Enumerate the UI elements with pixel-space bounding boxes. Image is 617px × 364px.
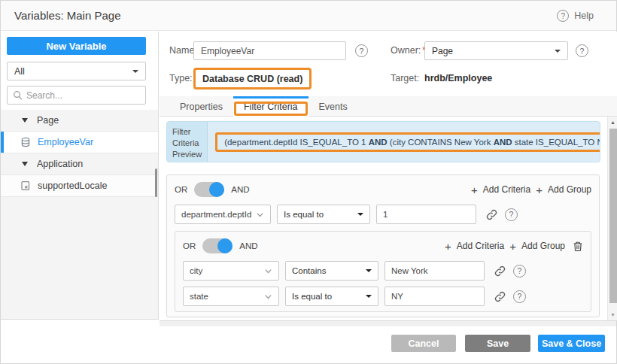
expander-down-icon	[22, 162, 28, 166]
help-button[interactable]: Help	[557, 1, 594, 31]
tab-filter-criteria[interactable]: Filter Criteria	[233, 96, 308, 117]
tab-label: Filter Criteria	[244, 102, 298, 112]
field-select-value: department.deptId	[181, 210, 251, 219]
tree-node-label: Application	[37, 159, 83, 169]
variable-filter-value: All	[14, 66, 25, 77]
field-select-value: city	[190, 266, 202, 275]
dialog-header: Variables: Main Page Help	[1, 1, 616, 31]
cancel-button[interactable]: Cancel	[391, 335, 456, 352]
tree-item-supportedlocale[interactable]: supportedLocale	[1, 175, 158, 197]
help-label: Help	[574, 11, 594, 21]
owner-help-icon[interactable]	[576, 44, 588, 57]
search-icon	[13, 90, 23, 100]
preview-label: Filter Criteria Preview	[167, 122, 208, 162]
nested-group-toolbar: OR AND + Add Criteria + Add Group	[183, 237, 583, 255]
caret-down-icon	[357, 213, 363, 216]
database-variable-icon	[20, 137, 31, 147]
variable-filter-select[interactable]: All	[7, 62, 146, 80]
add-group-button[interactable]: Add Group	[521, 241, 565, 251]
and-label: AND	[231, 185, 249, 194]
operator-select-value: Is equal to	[284, 210, 324, 219]
operator-select[interactable]: Contains	[285, 261, 378, 281]
tree-item-label: supportedLocale	[38, 180, 107, 191]
plus-icon: +	[536, 184, 543, 196]
operator-select-value: Is equal to	[292, 292, 332, 301]
owner-select[interactable]: Page	[424, 41, 568, 60]
field-select[interactable]: city	[183, 261, 279, 281]
type-label: Type:	[169, 73, 193, 83]
sidebar-search	[7, 86, 146, 105]
group-toolbar: OR AND + Add Criteria + Add Group	[175, 180, 591, 199]
help-circle-icon	[557, 10, 569, 22]
value-input[interactable]	[384, 261, 485, 281]
editor-tabbar: Properties Filter Criteria Events	[160, 96, 617, 117]
caret-down-icon	[132, 70, 138, 73]
criteria-help-icon[interactable]	[505, 208, 518, 221]
page-title: Variables: Main Page	[14, 1, 120, 31]
preview-body: (department.deptId IS_EQUAL_TO 1 AND (ci…	[208, 122, 600, 162]
chevron-down-icon	[256, 211, 264, 219]
tree-node-page[interactable]: Page	[1, 110, 158, 132]
criteria-row: city Contains	[183, 261, 583, 281]
bind-link-icon[interactable]	[493, 264, 506, 278]
field-select[interactable]: state	[183, 287, 279, 306]
tab-events[interactable]: Events	[308, 96, 358, 117]
operator-select[interactable]: Is equal to	[285, 287, 378, 306]
caret-down-icon	[366, 269, 372, 272]
filter-criteria-preview: Filter Criteria Preview (department.dept…	[166, 121, 600, 162]
bind-link-icon[interactable]	[485, 208, 498, 221]
name-help-icon[interactable]	[355, 44, 368, 57]
save-close-button[interactable]: Save & Close	[538, 335, 605, 352]
scroll-up-icon[interactable]: ▲	[608, 120, 617, 125]
search-input[interactable]	[26, 90, 140, 101]
type-value-highlight: Database CRUD (read)	[193, 68, 312, 89]
bind-link-icon[interactable]	[493, 290, 506, 303]
variables-sidebar: New Variable All Page EmployeeVar Applic…	[1, 32, 159, 320]
or-and-toggle[interactable]	[202, 238, 233, 253]
operator-select[interactable]: Is equal to	[277, 205, 370, 224]
tree-node-application[interactable]: Application	[1, 153, 158, 175]
criteria-help-icon[interactable]	[513, 265, 526, 278]
add-group-button[interactable]: Add Group	[548, 184, 591, 195]
scroll-down-icon[interactable]: ▼	[608, 312, 617, 317]
criteria-group: OR AND + Add Criteria + Add Group depart…	[166, 174, 600, 317]
variables-dialog: Variables: Main Page Help New Variable A…	[0, 0, 617, 364]
plus-icon: +	[509, 241, 516, 252]
tree-item-label: EmployeeVar	[38, 137, 93, 147]
field-select-value: state	[190, 292, 208, 301]
and-label: AND	[239, 241, 257, 250]
name-input[interactable]	[193, 41, 346, 60]
toggle-knob	[209, 182, 224, 197]
type-value: Database CRUD (read)	[202, 74, 302, 84]
expander-down-icon	[22, 118, 28, 123]
content-scrollbar[interactable]: ▲ ▼	[607, 117, 617, 320]
target-value: hrdb/Employee	[424, 73, 492, 83]
target-label: Target:	[391, 73, 419, 83]
locale-variable-icon	[20, 180, 31, 191]
variable-editor-panel: Name:* Owner:* Page Type: Database CRUD …	[160, 32, 617, 320]
add-criteria-button[interactable]: Add Criteria	[457, 241, 504, 251]
sidebar-scrollbar-thumb[interactable]	[155, 168, 157, 197]
caret-down-icon	[366, 295, 372, 298]
owner-select-value: Page	[432, 46, 453, 56]
footer-divider	[160, 320, 616, 326]
chevron-down-icon	[264, 293, 272, 301]
caret-down-icon	[555, 50, 561, 53]
tab-properties[interactable]: Properties	[169, 96, 233, 117]
add-criteria-button[interactable]: Add Criteria	[483, 184, 530, 195]
scrollbar-thumb[interactable]	[609, 129, 617, 303]
criteria-help-icon[interactable]	[513, 290, 526, 303]
value-input[interactable]	[384, 287, 485, 306]
plus-icon: +	[471, 184, 478, 196]
toggle-knob	[217, 238, 233, 253]
field-select[interactable]: department.deptId	[175, 205, 271, 224]
save-button[interactable]: Save	[465, 335, 530, 352]
value-input[interactable]	[376, 205, 476, 224]
plus-icon: +	[445, 241, 451, 252]
tree-item-employeevar[interactable]: EmployeeVar	[1, 132, 158, 153]
owner-label: Owner:*	[391, 45, 426, 56]
new-variable-button[interactable]: New Variable	[7, 37, 146, 55]
nested-criteria-group: OR AND + Add Criteria + Add Group	[175, 231, 591, 312]
delete-group-icon[interactable]	[573, 241, 583, 252]
or-and-toggle[interactable]	[194, 182, 224, 197]
